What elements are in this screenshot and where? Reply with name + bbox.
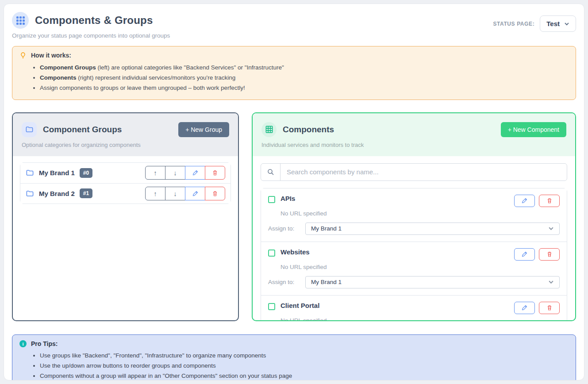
component-name: APIs <box>281 195 295 202</box>
delete-group-button[interactable] <box>205 187 225 200</box>
pencil-icon <box>521 197 528 204</box>
lightbulb-icon <box>19 52 27 59</box>
how-it-works-box: How it works: Component Groups (left) ar… <box>12 46 576 100</box>
component-item: Client Portal No URL specified Assign to… <box>261 295 567 320</box>
delete-component-button[interactable] <box>539 302 560 314</box>
component-groups-panel: Component Groups + New Group Optional ca… <box>12 112 239 321</box>
edit-component-button[interactable] <box>514 302 535 314</box>
pro-tips-item: Use the up/down arrow buttons to reorder… <box>40 361 569 371</box>
chevron-down-icon <box>564 21 569 27</box>
component-item: Websites No URL specified Assign to: My … <box>261 242 567 295</box>
search-input[interactable] <box>281 164 567 180</box>
status-page-value: Test <box>546 20 560 27</box>
pro-tips-title: Pro Tips: <box>31 340 58 347</box>
move-up-button[interactable]: ↑ <box>145 187 165 200</box>
table-grid-badge-icon <box>261 122 277 137</box>
how-it-works-item: Components (right) represent individual … <box>40 73 569 83</box>
status-page-label: STATUS PAGE: <box>493 21 534 27</box>
trash-icon <box>212 190 218 197</box>
pencil-icon <box>521 251 528 257</box>
edit-component-button[interactable] <box>514 248 535 261</box>
component-url-status: No URL specified <box>281 264 560 270</box>
pro-tips-box: i Pro Tips: Use groups like "Backend", "… <box>12 334 576 380</box>
how-it-works-title: How it works: <box>31 52 71 59</box>
main-card: Components & Groups Organize your status… <box>4 4 584 380</box>
delete-component-button[interactable] <box>539 195 560 207</box>
components-grid-icon <box>12 12 29 29</box>
edit-group-button[interactable] <box>185 166 205 180</box>
components-panel-title: Components <box>283 125 334 134</box>
pencil-icon <box>521 304 528 311</box>
pro-tips-list: Use groups like "Backend", "Frontend", "… <box>40 351 569 380</box>
pencil-icon <box>192 190 199 197</box>
component-name: Client Portal <box>281 302 319 309</box>
folder-badge-icon <box>22 122 37 137</box>
page-header: Components & Groups Organize your status… <box>12 12 576 39</box>
how-it-works-item: Assign components to groups or leave the… <box>40 83 569 93</box>
group-order-badge: #0 <box>80 168 92 178</box>
trash-icon <box>546 197 553 204</box>
move-down-button[interactable]: ↓ <box>165 187 185 200</box>
groups-panel-subtitle: Optional categories for organizing compo… <box>22 142 229 148</box>
trash-icon <box>546 251 553 257</box>
info-icon: i <box>19 340 27 347</box>
chevron-down-icon <box>548 279 554 285</box>
components-panel-subtitle: Individual services and monitors to trac… <box>261 142 566 148</box>
group-row: My Brand 1 #0 ↑ ↓ <box>20 163 231 183</box>
edit-group-button[interactable] <box>185 187 205 200</box>
new-group-button[interactable]: + New Group <box>178 122 229 137</box>
assign-group-select[interactable]: My Brand 1 <box>305 276 560 288</box>
folder-icon <box>26 189 34 198</box>
group-order-badge: #1 <box>80 188 92 198</box>
component-checkbox[interactable] <box>268 250 275 257</box>
component-checkbox[interactable] <box>268 196 275 203</box>
chevron-down-icon <box>548 226 554 231</box>
delete-component-button[interactable] <box>539 248 560 261</box>
group-name: My Brand 2 <box>39 190 75 197</box>
folder-icon <box>26 169 34 177</box>
assign-to-label: Assign to: <box>268 279 305 285</box>
new-component-button[interactable]: + New Component <box>501 122 566 137</box>
pencil-icon <box>192 169 199 176</box>
edit-component-button[interactable] <box>514 195 535 207</box>
page-title: Components & Groups <box>35 14 153 27</box>
trash-icon <box>546 304 553 311</box>
move-down-button[interactable]: ↓ <box>165 166 185 180</box>
pro-tips-item: Use groups like "Backend", "Frontend", "… <box>40 351 569 361</box>
how-it-works-item: Component Groups (left) are optional cat… <box>40 62 569 73</box>
pro-tips-item: Components without a group will appear i… <box>40 371 569 380</box>
trash-icon <box>212 169 218 176</box>
group-name: My Brand 1 <box>39 169 75 177</box>
delete-group-button[interactable] <box>205 166 225 180</box>
component-url-status: No URL specified <box>281 317 560 320</box>
assigned-group-value: My Brand 1 <box>311 279 342 285</box>
group-list: My Brand 1 #0 ↑ ↓ My Brand 2 #1 <box>20 162 231 204</box>
component-search <box>261 163 567 181</box>
components-panel: Components + New Component Individual se… <box>252 112 576 321</box>
how-it-works-list: Component Groups (left) are optional cat… <box>40 62 569 93</box>
status-page-dropdown[interactable]: Test <box>540 15 576 32</box>
move-up-button[interactable]: ↑ <box>145 166 165 180</box>
component-name: Websites <box>281 248 310 256</box>
component-checkbox[interactable] <box>268 303 275 310</box>
assigned-group-value: My Brand 1 <box>311 225 342 232</box>
search-icon <box>261 164 281 180</box>
groups-panel-title: Component Groups <box>43 125 122 134</box>
assign-to-label: Assign to: <box>268 225 305 232</box>
assign-group-select[interactable]: My Brand 1 <box>305 223 560 235</box>
page-subtitle: Organize your status page components int… <box>12 32 170 39</box>
component-item: APIs No URL specified Assign to: My Bran… <box>261 188 567 242</box>
component-list: APIs No URL specified Assign to: My Bran… <box>261 188 567 320</box>
group-row: My Brand 2 #1 ↑ ↓ <box>20 183 231 204</box>
component-url-status: No URL specified <box>281 210 560 217</box>
